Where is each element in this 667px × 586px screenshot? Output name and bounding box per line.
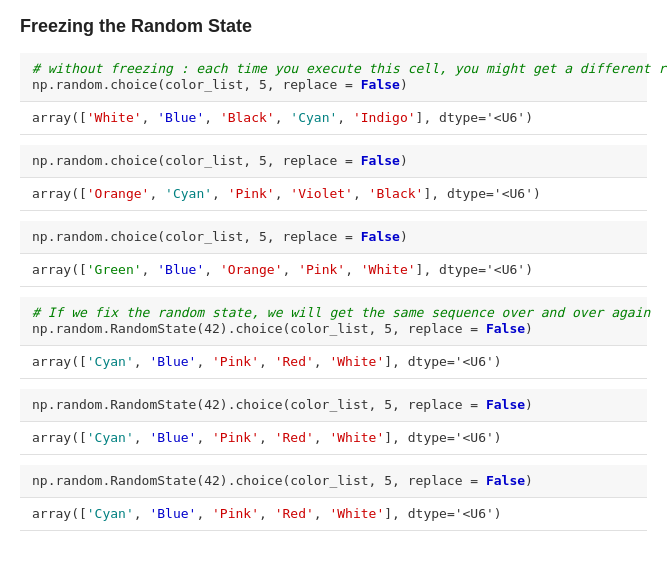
cell-3: np.random.choice(color_list, 5, replace … [20, 221, 647, 287]
code-5: np.random.RandomState(42).choice(color_l… [32, 397, 533, 412]
output-block-4: array(['Cyan', 'Blue', 'Pink', 'Red', 'W… [20, 345, 647, 379]
code-block-4: # If we fix the random state, we will ge… [20, 297, 647, 345]
output-block-6: array(['Cyan', 'Blue', 'Pink', 'Red', 'W… [20, 497, 647, 531]
cell-4: # If we fix the random state, we will ge… [20, 297, 647, 379]
code-block-5: np.random.RandomState(42).choice(color_l… [20, 389, 647, 421]
output-2: array(['Orange', 'Cyan', 'Pink', 'Violet… [32, 186, 541, 201]
code-3: np.random.choice(color_list, 5, replace … [32, 229, 408, 244]
cell-1: # without freezing : each time you execu… [20, 53, 647, 135]
code-block-3: np.random.choice(color_list, 5, replace … [20, 221, 647, 253]
code-2: np.random.choice(color_list, 5, replace … [32, 153, 408, 168]
output-1: array(['White', 'Blue', 'Black', 'Cyan',… [32, 110, 533, 125]
page-title: Freezing the Random State [20, 16, 647, 37]
output-block-1: array(['White', 'Blue', 'Black', 'Cyan',… [20, 101, 647, 135]
output-block-3: array(['Green', 'Blue', 'Orange', 'Pink'… [20, 253, 647, 287]
output-block-5: array(['Cyan', 'Blue', 'Pink', 'Red', 'W… [20, 421, 647, 455]
cell-6: np.random.RandomState(42).choice(color_l… [20, 465, 647, 531]
code-comment-4: # If we fix the random state, we will ge… [32, 305, 650, 336]
code-block-1: # without freezing : each time you execu… [20, 53, 647, 101]
code-comment-1: # without freezing : each time you execu… [32, 61, 667, 92]
cell-5: np.random.RandomState(42).choice(color_l… [20, 389, 647, 455]
output-4: array(['Cyan', 'Blue', 'Pink', 'Red', 'W… [32, 354, 502, 369]
output-5: array(['Cyan', 'Blue', 'Pink', 'Red', 'W… [32, 430, 502, 445]
output-6: array(['Cyan', 'Blue', 'Pink', 'Red', 'W… [32, 506, 502, 521]
output-3: array(['Green', 'Blue', 'Orange', 'Pink'… [32, 262, 533, 277]
output-block-2: array(['Orange', 'Cyan', 'Pink', 'Violet… [20, 177, 647, 211]
code-block-6: np.random.RandomState(42).choice(color_l… [20, 465, 647, 497]
code-block-2: np.random.choice(color_list, 5, replace … [20, 145, 647, 177]
code-6: np.random.RandomState(42).choice(color_l… [32, 473, 533, 488]
cell-2: np.random.choice(color_list, 5, replace … [20, 145, 647, 211]
